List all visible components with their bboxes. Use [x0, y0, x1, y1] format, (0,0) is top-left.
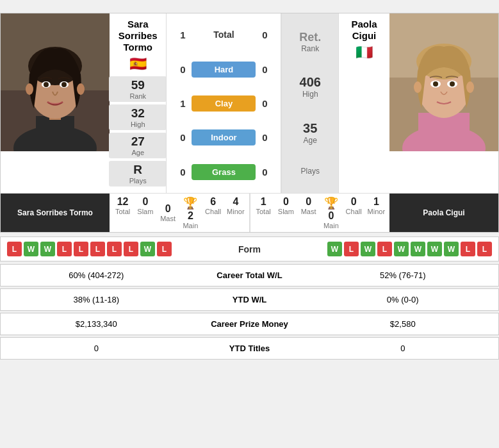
grass-button[interactable]: Grass [192, 164, 256, 180]
ytd-wl-left: 38% (11-18) [7, 295, 186, 304]
left-record-name: Sara Sorribes Tormo [1, 194, 110, 232]
indoor-button[interactable]: Indoor [192, 129, 256, 145]
svg-point-25 [433, 81, 438, 87]
left-slam-lbl: Slam [135, 208, 156, 215]
main-container [0, 0, 499, 13]
right-rank-block: Ret. Rank [299, 31, 321, 53]
right-plays-lbl: Plays [301, 167, 320, 176]
left-mast-lbl: Mast [160, 215, 176, 222]
prize-left: $2,133,340 [7, 319, 186, 329]
left-plays-block: R Plays [109, 161, 167, 187]
right-plays-block: Plays [301, 167, 320, 176]
svg-point-13 [61, 82, 67, 87]
svg-point-8 [26, 83, 33, 95]
left-mast-val: 0 [165, 203, 171, 215]
right-slam-lbl: Slam [275, 208, 297, 215]
ytd-wl-row: 38% (11-18) YTD W/L 0% (0-0) [0, 288, 499, 311]
career-wl-row: 60% (404-272) Career Total W/L 52% (76-7… [0, 264, 499, 286]
career-wl-left: 60% (404-272) [7, 270, 186, 280]
left-main-lbl: Main [180, 222, 201, 229]
left-minor-val: 4 [225, 196, 246, 208]
left-form-4: L [57, 242, 72, 256]
right-rank-lbl: Rank [299, 44, 321, 53]
left-form-8: L [124, 242, 138, 256]
left-form-5: L [74, 242, 88, 256]
left-total-val: 12 [112, 196, 133, 208]
svg-point-27 [450, 81, 455, 87]
right-record-name: Paola Cigui [389, 194, 498, 232]
right-minor-lbl: Minor [366, 208, 387, 215]
prize-right: $2,580 [314, 319, 493, 329]
left-player-flag: 🇪🇸 [129, 56, 147, 72]
right-form-1: W [327, 242, 342, 256]
left-high-block: 32 High [109, 104, 167, 130]
app-container: Sara SorribesTormo 🇪🇸 59 Rank 32 High 27… [0, 13, 499, 360]
svg-rect-18 [418, 113, 470, 151]
left-high-val: 32 [117, 106, 159, 120]
right-age-lbl: Age [303, 136, 317, 145]
right-minor-val: 1 [366, 196, 387, 208]
left-age-block: 27 Age [109, 133, 167, 158]
total-row: 1 Total 0 [167, 26, 281, 44]
indoor-right-score: 0 [259, 132, 270, 143]
left-rank-lbl: Rank [117, 92, 159, 100]
clay-right-score: 0 [259, 98, 270, 109]
left-plays-lbl: Plays [117, 177, 159, 185]
form-label: Form [238, 244, 261, 254]
left-form-3: W [40, 242, 55, 256]
right-opp-stats: Ret. Rank 406 High 35 Age Plays [281, 13, 338, 193]
total-label[interactable]: Total [192, 26, 256, 43]
left-chall-lbl: Chall [202, 208, 224, 215]
svg-point-23 [466, 81, 474, 93]
right-mast-cell: 0 Mast [298, 196, 319, 229]
total-right-score: 0 [259, 29, 270, 40]
grass-right-score: 0 [259, 167, 270, 178]
right-main-lbl: Main [320, 222, 341, 229]
right-record-stats: 1 Total 0 Slam 0 Mast 🏆 0 Main 0 [250, 194, 390, 232]
left-age-lbl: Age [117, 149, 159, 156]
career-wl-label: Career Total W/L [186, 270, 314, 280]
prize-label: Career Prize Money [186, 319, 314, 329]
right-chall-lbl: Chall [343, 208, 364, 215]
left-trophy-cell: 🏆 2 Main [180, 196, 201, 229]
left-record-stats: 12 Total 0 Slam 0 Mast 🏆 2 Main 6 [110, 194, 250, 232]
left-chall-cell: 6 Chall [202, 196, 224, 229]
right-form-5: W [394, 242, 409, 256]
grass-row: 0 Grass 0 [167, 163, 281, 181]
left-form-10: L [157, 242, 172, 256]
left-rank-block: 59 Rank [109, 76, 167, 102]
right-minor-cell: 1 Minor [366, 196, 387, 229]
clay-button[interactable]: Clay [192, 95, 256, 112]
career-wl-right: 52% (76-71) [314, 270, 493, 280]
left-total-lbl: Total [112, 208, 133, 215]
left-chall-val: 6 [202, 196, 224, 208]
left-form-badges: L W W L L L L L W L [7, 242, 172, 256]
right-high-val: 406 [300, 75, 321, 90]
right-slam-val: 0 [275, 196, 297, 208]
clay-left-score: 1 [177, 98, 188, 109]
prize-money-row: $2,133,340 Career Prize Money $2,580 [0, 313, 499, 335]
right-form-badges: W L W L W W W W L L [327, 242, 492, 256]
right-form-6: W [411, 242, 425, 256]
ytd-wl-label: YTD W/L [186, 295, 314, 304]
right-form-7: W [427, 242, 442, 256]
left-rank-val: 59 [117, 78, 159, 92]
left-form-6: L [90, 242, 105, 256]
right-photo [389, 13, 498, 151]
right-slam-cell: 0 Slam [275, 196, 297, 229]
hard-right-score: 0 [259, 64, 270, 75]
right-total-val: 1 [253, 196, 274, 208]
left-high-lbl: High [117, 120, 159, 128]
svg-rect-4 [36, 116, 74, 151]
clay-row: 1 Clay 0 [167, 95, 281, 112]
right-player-name: Paola Cigui [343, 19, 386, 42]
left-trophy-icon: 🏆 [180, 196, 201, 210]
right-age-val: 35 [303, 121, 317, 136]
right-rank-val: Ret. [299, 31, 321, 44]
left-player-name: Sara SorribesTormo [113, 19, 162, 53]
right-main-val: 0 [320, 210, 341, 222]
total-left-score: 1 [177, 29, 188, 40]
ytd-titles-label: YTD Titles [186, 344, 314, 353]
left-form-2: W [24, 242, 38, 256]
hard-button[interactable]: Hard [192, 62, 256, 78]
